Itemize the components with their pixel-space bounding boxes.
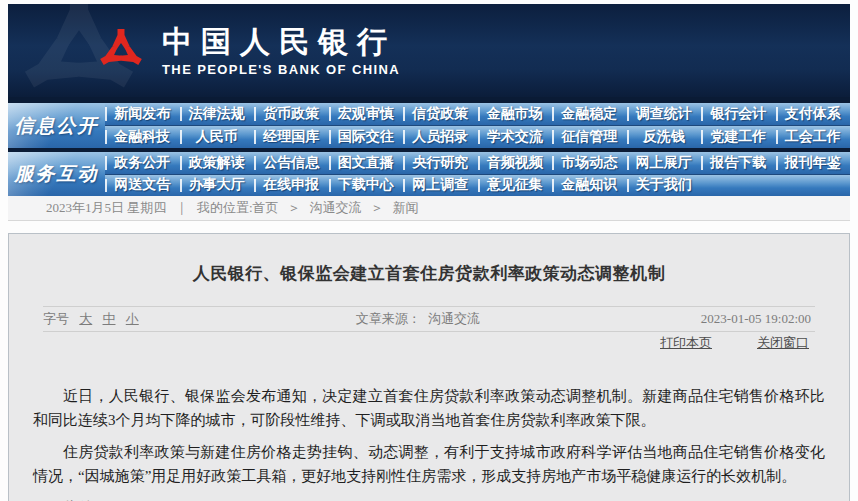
nav-section-label-service-interaction[interactable]: 服务互动 xyxy=(8,152,105,196)
nav-menu-item[interactable]: 报刊年鉴 xyxy=(776,152,851,174)
site-banner: 中国人民银行 THE PEOPLE'S BANK OF CHINA xyxy=(8,4,850,97)
nav-menu-item[interactable]: 在线申报 xyxy=(254,175,329,197)
nav-section-label-info-disclosure[interactable]: 信息公开 xyxy=(8,103,105,148)
breadcrumb-date: 2023年1月5日 星期四 xyxy=(46,199,166,217)
bank-title-block: 中国人民银行 THE PEOPLE'S BANK OF CHINA xyxy=(162,26,400,77)
article-card: 人民银行、银保监会建立首套住房贷款利率政策动态调整机制 字号 大 中 小 文章来… xyxy=(8,233,850,501)
nav-menu-item[interactable]: 法律法规 xyxy=(180,103,255,125)
nav-section-service-interaction: 服务互动 政务公开政策解读公告信息图文直播央行研究音频视频市场动态网上展厅报告下… xyxy=(8,152,850,196)
nav-menu-item[interactable]: 金融市场 xyxy=(478,103,553,125)
nav-empty-cell xyxy=(701,175,776,197)
article-body: 近日，人民银行、银保监会发布通知，决定建立首套住房贷款利率政策动态调整机制。新建… xyxy=(33,384,825,501)
nav-menu-item[interactable]: 征信管理 xyxy=(552,126,627,148)
nav-menu-item[interactable]: 调查统计 xyxy=(627,103,702,125)
nav-menu-item[interactable]: 政策解读 xyxy=(180,152,255,174)
nav-menu-item[interactable]: 报告下载 xyxy=(701,152,776,174)
nav-menu-item[interactable]: 图文直播 xyxy=(329,152,404,174)
nav-menu-item[interactable]: 货币政策 xyxy=(254,103,329,125)
article-title: 人民银行、银保监会建立首套住房贷款利率政策动态调整机制 xyxy=(33,262,825,285)
nav-menu-item[interactable]: 网送文告 xyxy=(105,175,180,197)
nav-menu-item[interactable]: 央行研究 xyxy=(403,152,478,174)
nav-menu-item[interactable]: 学术交流 xyxy=(478,126,553,148)
article-action-links: 打印本页 关闭窗口 xyxy=(33,332,825,354)
nav-menu-row: 金融科技人民币经理国库国际交往人员招录学术交流征信管理反洗钱党建工作工会工作 xyxy=(105,125,850,148)
font-size-medium-button[interactable]: 中 xyxy=(103,311,116,326)
font-size-small-button[interactable]: 小 xyxy=(126,311,139,326)
pboc-emblem-icon[interactable] xyxy=(96,24,146,78)
breadcrumb: 2023年1月5日 星期四 ｜ 我的位置: 首页 ＞ 沟通交流 ＞ 新闻 xyxy=(8,196,850,221)
article-meta-row: 字号 大 中 小 文章来源： 沟通交流 2023-01-05 19:02:00 xyxy=(43,306,815,332)
font-size-large-button[interactable]: 大 xyxy=(79,311,92,326)
article-source-value: 沟通交流 xyxy=(428,311,480,326)
nav-menu-item[interactable]: 金融知识 xyxy=(552,175,627,197)
article-source-label: 文章来源： xyxy=(356,311,421,326)
article-datetime: 2023-01-05 19:02:00 xyxy=(701,311,815,327)
nav-menu-grid: 新闻发布法律法规货币政策宏观审慎信贷政策金融市场金融稳定调查统计银行会计支付体系… xyxy=(105,103,850,148)
article-paragraph-clipped: 此外 xyxy=(33,496,825,501)
article-source: 文章来源： 沟通交流 xyxy=(356,310,484,328)
breadcrumb-arrow-icon: ＞ xyxy=(288,199,301,217)
close-window-button[interactable]: 关闭窗口 xyxy=(757,334,809,352)
nav-empty-cell xyxy=(776,175,851,197)
nav-menu-item[interactable]: 公告信息 xyxy=(254,152,329,174)
nav-menu-item[interactable]: 党建工作 xyxy=(701,126,776,148)
page-shell: 中国人民银行 THE PEOPLE'S BANK OF CHINA 信息公开 新… xyxy=(8,4,850,221)
nav-menu-item[interactable]: 金融科技 xyxy=(105,126,180,148)
breadcrumb-link-communication[interactable]: 沟通交流 xyxy=(310,199,362,217)
nav-menu-item[interactable]: 国际交往 xyxy=(329,126,404,148)
nav-menu-item[interactable]: 政务公开 xyxy=(105,152,180,174)
nav-menu-item[interactable]: 人民币 xyxy=(180,126,255,148)
nav-menu-item[interactable]: 银行会计 xyxy=(701,103,776,125)
nav-menu-item[interactable]: 支付体系 xyxy=(776,103,851,125)
nav-menu-item[interactable]: 工会工作 xyxy=(776,126,851,148)
nav-menu-item[interactable]: 网上展厅 xyxy=(627,152,702,174)
breadcrumb-arrow-icon: ＞ xyxy=(371,199,384,217)
nav-menu-item[interactable]: 关于我们 xyxy=(627,175,702,197)
nav-menu-item[interactable]: 宏观审慎 xyxy=(329,103,404,125)
nav-menu-item[interactable]: 意见征集 xyxy=(478,175,553,197)
nav-menu-item[interactable]: 金融稳定 xyxy=(552,103,627,125)
article-paragraph: 近日，人民银行、银保监会发布通知，决定建立首套住房贷款利率政策动态调整机制。新建… xyxy=(33,384,825,432)
nav-menu-item[interactable]: 反洗钱 xyxy=(627,126,702,148)
breadcrumb-link-news[interactable]: 新闻 xyxy=(393,199,419,217)
breadcrumb-location-label: 我的位置: xyxy=(197,199,253,217)
nav-menu-item[interactable]: 信贷政策 xyxy=(403,103,478,125)
nav-menu-item[interactable]: 办事大厅 xyxy=(180,175,255,197)
breadcrumb-link-home[interactable]: 首页 xyxy=(253,199,279,217)
nav-menu-row: 政务公开政策解读公告信息图文直播央行研究音频视频市场动态网上展厅报告下载报刊年鉴 xyxy=(105,152,850,174)
nav-menu-item[interactable]: 市场动态 xyxy=(552,152,627,174)
bank-name-cn: 中国人民银行 xyxy=(162,26,400,58)
nav-menu-item[interactable]: 人员招录 xyxy=(403,126,478,148)
nav-menu-item[interactable]: 音频视频 xyxy=(478,152,553,174)
breadcrumb-divider: ｜ xyxy=(175,199,188,217)
bank-name-en: THE PEOPLE'S BANK OF CHINA xyxy=(162,62,400,77)
nav-menu-item[interactable]: 新闻发布 xyxy=(105,103,180,125)
nav-menu-item[interactable]: 经理国库 xyxy=(254,126,329,148)
nav-section-info-disclosure: 信息公开 新闻发布法律法规货币政策宏观审慎信贷政策金融市场金融稳定调查统计银行会… xyxy=(8,103,850,148)
print-page-button[interactable]: 打印本页 xyxy=(660,334,712,352)
font-size-controls: 字号 大 中 小 xyxy=(43,310,146,328)
nav-menu-item[interactable]: 下载中心 xyxy=(329,175,404,197)
nav-menu-row: 新闻发布法律法规货币政策宏观审慎信贷政策金融市场金融稳定调查统计银行会计支付体系 xyxy=(105,103,850,125)
nav-menu-grid: 政务公开政策解读公告信息图文直播央行研究音频视频市场动态网上展厅报告下载报刊年鉴… xyxy=(105,152,850,196)
nav-menu-item[interactable]: 网上调查 xyxy=(403,175,478,197)
font-size-label: 字号 xyxy=(43,311,69,326)
article-paragraph: 住房贷款利率政策与新建住房价格走势挂钩、动态调整，有利于支持城市政府科学评估当地… xyxy=(33,440,825,488)
nav-menu-row: 网送文告办事大厅在线申报下载中心网上调查意见征集金融知识关于我们 xyxy=(105,174,850,197)
